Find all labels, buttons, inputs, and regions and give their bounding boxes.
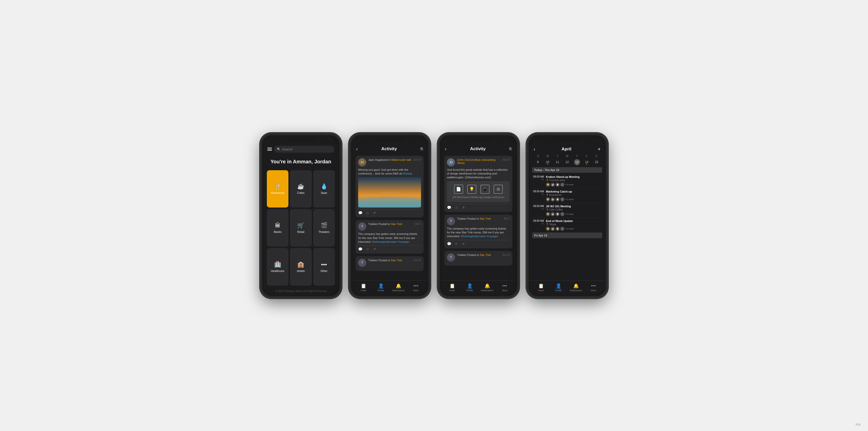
cal-event-location-eow: Skype bbox=[546, 223, 601, 226]
cal-date-9[interactable]: 9 bbox=[535, 159, 541, 165]
cal-back-button[interactable]: ‹ bbox=[534, 147, 535, 152]
screen-2: ‹ Activity ⎘ JV Jack Vogabond in Waterco… bbox=[352, 137, 427, 295]
avatar-trekker-1: T bbox=[358, 222, 366, 230]
share-btn-trekker-1[interactable]: ↗ bbox=[373, 247, 376, 251]
cal-event-kraken[interactable]: 09:00 AM 1h Kraken Stand-up Meeting Couc… bbox=[532, 174, 602, 188]
activity-feed-2: JV Jack Vogabond in Watercooler talk Jun… bbox=[352, 154, 427, 280]
profile-label-2: Profile bbox=[378, 289, 384, 292]
cal-date-11[interactable]: 11 bbox=[554, 159, 560, 165]
cal-avatar-j2: ☕ bbox=[551, 212, 555, 216]
feed-label-4: Feed bbox=[538, 289, 544, 292]
cal-avatar-3: 📋 bbox=[556, 183, 560, 187]
comment-btn-jack[interactable]: 💬 bbox=[358, 211, 363, 215]
post-meta-trekker-4: Trekker Posted in Star Trek bbox=[457, 253, 500, 256]
activity-header-2: ‹ Activity ⎘ bbox=[352, 144, 427, 154]
nav-feed-3[interactable]: 📋 Feed bbox=[443, 283, 461, 292]
other-label: Other bbox=[321, 269, 328, 273]
nav-feed-4[interactable]: 📋 Feed bbox=[532, 283, 550, 292]
comment-btn-trekker-1[interactable]: 💬 bbox=[358, 247, 363, 251]
star-btn-jack[interactable]: ☆ bbox=[366, 211, 369, 215]
notifications-icon-4: 🔔 bbox=[573, 283, 579, 289]
hotels-icon: 🏨 bbox=[297, 261, 304, 268]
post-channel-jack[interactable]: Watercooler talk bbox=[391, 158, 411, 161]
category-other[interactable]: ••• Other bbox=[313, 248, 335, 286]
more-label-2: More bbox=[413, 289, 418, 292]
cal-event-marketing[interactable]: 09:00 AM 1h Marketing Catch-up Boardroom… bbox=[532, 188, 602, 203]
category-spas[interactable]: 💧 Spas bbox=[313, 170, 335, 208]
more-icon-3: ••• bbox=[502, 283, 507, 289]
category-theaters[interactable]: 🎬 Theaters bbox=[313, 209, 335, 247]
cal-avatar-j1: 😊 bbox=[546, 212, 550, 216]
nav-notifications-4[interactable]: 🔔 Notifications bbox=[567, 283, 585, 292]
bottom-nav-4: 📋 Feed 👤 Profile 🔔 Notifications ••• Mor… bbox=[530, 280, 604, 295]
cal-event-more-jd: +3 more bbox=[565, 213, 574, 215]
category-retail[interactable]: 🛒 Retail bbox=[290, 209, 311, 247]
wireframe-tablet-icon: 📱 bbox=[480, 185, 490, 194]
post-date-jack: Jun 10 bbox=[413, 158, 421, 161]
nav-more-4[interactable]: ••• More bbox=[585, 283, 602, 292]
restaurant-label: Restaurant bbox=[271, 191, 285, 194]
day-s1: S bbox=[533, 155, 543, 157]
post-channel-trekker-2[interactable]: Star Trek bbox=[391, 259, 402, 262]
post-channel-trekker-4[interactable]: Star Trek bbox=[479, 253, 491, 256]
nav-profile-4[interactable]: 👤 Profile bbox=[550, 283, 567, 292]
star-btn-trekker-3[interactable]: ☆ bbox=[455, 242, 458, 246]
cal-avatar-j4: ✓ bbox=[560, 212, 564, 216]
share-btn-jack[interactable]: ↗ bbox=[373, 211, 376, 215]
nav-more-2[interactable]: ••• More bbox=[407, 283, 425, 292]
cal-event-eow[interactable]: 09:00 AM 1h End of Week Update Skype 😊 ☕… bbox=[532, 218, 602, 233]
post-user-johndoe[interactable]: [John Doe] bbox=[457, 158, 470, 161]
phone-1: 🔍 Search You're in Amman, Jordan 🍴 Resta… bbox=[260, 133, 341, 298]
post-author-johndoe: [John Doe] in [New onboarding ideas] bbox=[457, 158, 500, 164]
wireframe-qr-icon: ⊞ bbox=[494, 185, 503, 194]
cal-event-body-marketing: Marketing Catch-up Boardroom 😊 ☕ 📋 ✓ +3 … bbox=[546, 190, 601, 202]
nav-feed-2[interactable]: 📋 Feed bbox=[354, 283, 372, 292]
cal-date-12[interactable]: 12 bbox=[564, 159, 570, 165]
post-channel-trekker-1[interactable]: Star Trek bbox=[391, 222, 402, 225]
cal-add-button[interactable]: + bbox=[598, 146, 601, 152]
nav-profile-3[interactable]: 👤 Profile bbox=[461, 283, 478, 292]
bottom-nav-2: 📋 Feed 👤 Profile 🔔 Notifications ••• Mor… bbox=[352, 280, 427, 295]
edit-button-2[interactable]: ⎘ bbox=[421, 147, 423, 151]
category-banks[interactable]: 🏛 Banks bbox=[267, 209, 288, 247]
location-text: You're in Amman, Jordan bbox=[264, 155, 338, 168]
category-healthcare[interactable]: 🏥 Healthcare bbox=[267, 248, 288, 286]
category-hotels[interactable]: 🏨 Hotels bbox=[290, 248, 311, 286]
star-btn-trekker-1[interactable]: ☆ bbox=[366, 247, 369, 251]
back-button-2[interactable]: ‹ bbox=[356, 146, 358, 152]
notifications-label-4: Notifications bbox=[570, 289, 582, 292]
search-bar[interactable]: 🔍 Search bbox=[275, 146, 334, 153]
category-restaurant[interactable]: 🍴 Restaurant bbox=[267, 170, 288, 208]
post-johndoe: JD [John Doe] in [New onboarding ideas] … bbox=[444, 156, 513, 212]
cal-date-10[interactable]: 10 bbox=[545, 159, 551, 165]
cal-date-14[interactable]: 14 bbox=[584, 159, 590, 165]
cal-event-more-marketing: +3 more bbox=[565, 198, 574, 201]
cal-date-15[interactable]: 15 bbox=[593, 159, 600, 165]
nav-notifications-2[interactable]: 🔔 Notifications bbox=[390, 283, 407, 292]
profile-icon-2: 👤 bbox=[378, 283, 384, 289]
more-icon-2: ••• bbox=[413, 283, 418, 289]
category-cafes[interactable]: ☕ Cafes bbox=[290, 170, 311, 208]
profile-icon-4: 👤 bbox=[556, 283, 561, 289]
healthcare-icon: 🏥 bbox=[274, 261, 281, 268]
cal-date-13[interactable]: 13 bbox=[574, 159, 580, 165]
comment-btn-trekker-3[interactable]: 💬 bbox=[447, 242, 451, 246]
nav-notifications-3[interactable]: 🔔 Notifications bbox=[478, 283, 496, 292]
cal-avatar-e3: 📋 bbox=[556, 227, 560, 231]
nav-profile-2[interactable]: 👤 Profile bbox=[372, 283, 390, 292]
cal-event-jd[interactable]: 09:00 AM 1h JD MJ 101 Meeting Cafe Coffe… bbox=[532, 203, 602, 218]
post-date-trekker-3: Jun 3 bbox=[504, 217, 510, 220]
cal-avatar-1: 😊 bbox=[546, 183, 550, 187]
share-btn-johndoe[interactable]: ↗ bbox=[462, 206, 465, 210]
p1-header: 🔍 Search bbox=[264, 144, 338, 155]
nav-more-3[interactable]: ••• More bbox=[496, 283, 514, 292]
day-t1: T bbox=[553, 155, 562, 157]
svg-point-1 bbox=[358, 197, 421, 208]
hamburger-menu[interactable] bbox=[267, 148, 272, 151]
post-channel-trekker-3[interactable]: Star Trek bbox=[479, 217, 491, 220]
star-btn-johndoe[interactable]: ☆ bbox=[455, 206, 458, 210]
back-button-3[interactable]: ‹ bbox=[445, 146, 446, 152]
edit-button-3[interactable]: ⎘ bbox=[509, 147, 512, 151]
comment-btn-johndoe[interactable]: 💬 bbox=[447, 206, 451, 210]
share-btn-trekker-3[interactable]: ↗ bbox=[462, 242, 465, 246]
